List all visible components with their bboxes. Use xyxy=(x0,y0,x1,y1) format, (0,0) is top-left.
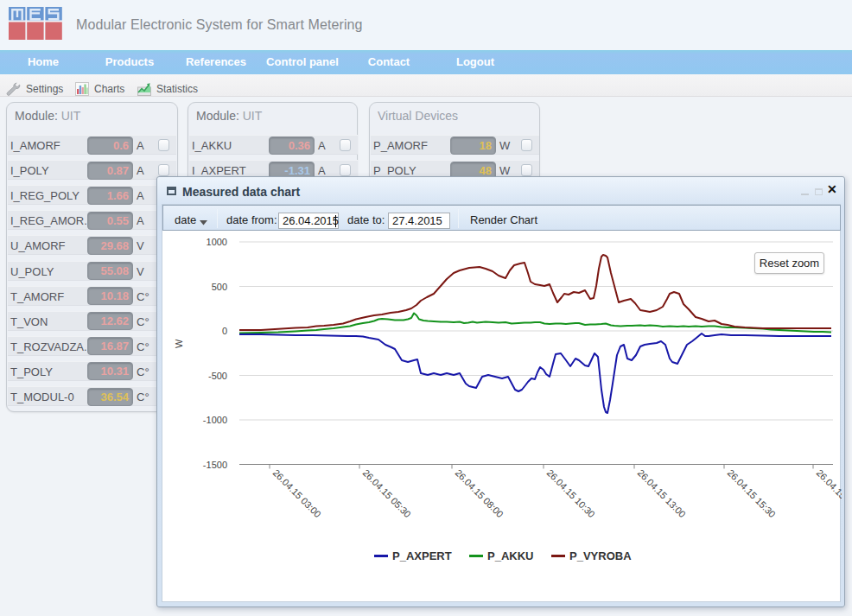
svg-text:26.04.15 05:30: 26.04.15 05:30 xyxy=(361,467,413,519)
svg-text:W: W xyxy=(174,339,184,348)
svg-text:-1500: -1500 xyxy=(203,460,227,470)
svg-text:500: 500 xyxy=(212,282,227,292)
svg-text:26.04.15 10:30: 26.04.15 10:30 xyxy=(545,467,597,519)
svg-text:P_AXPERT: P_AXPERT xyxy=(392,549,452,562)
svg-text:0: 0 xyxy=(222,326,227,336)
svg-text:26.04.15 15:30: 26.04.15 15:30 xyxy=(726,467,778,519)
svg-text:P_AKKU: P_AKKU xyxy=(487,549,533,562)
svg-text:26.04.15 03:00: 26.04.15 03:00 xyxy=(271,467,323,519)
svg-text:-500: -500 xyxy=(208,371,227,381)
svg-text:26.04.15 08:00: 26.04.15 08:00 xyxy=(454,467,505,519)
svg-text:-1000: -1000 xyxy=(203,415,227,425)
svg-text:26.04.15 18:00: 26.04.15 18:00 xyxy=(815,467,842,519)
svg-text:26.04.15 13:00: 26.04.15 13:00 xyxy=(636,467,688,519)
svg-text:P_VYROBA: P_VYROBA xyxy=(569,549,632,562)
svg-text:1000: 1000 xyxy=(207,237,227,247)
